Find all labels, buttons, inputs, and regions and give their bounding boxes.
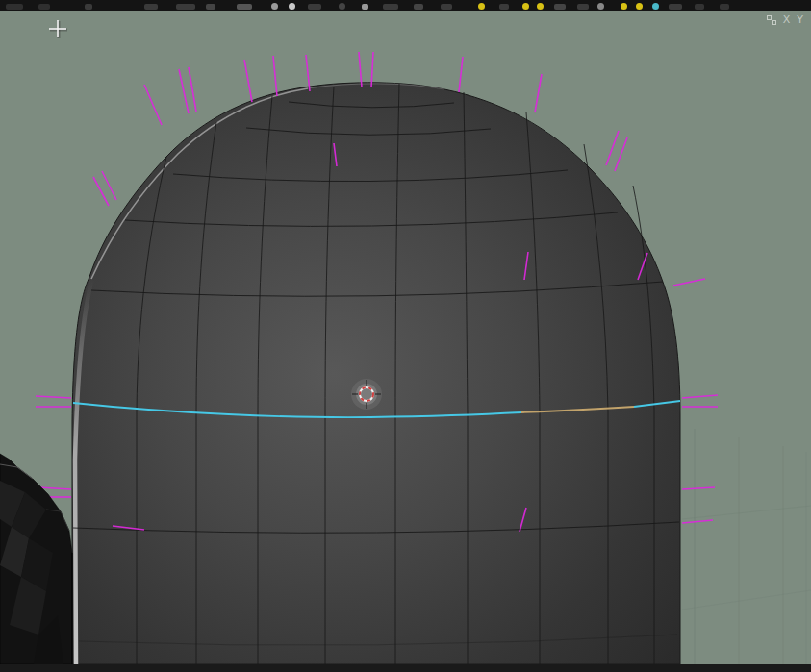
- axis-y-label[interactable]: Y: [797, 14, 803, 26]
- tool-icon[interactable]: [289, 3, 295, 10]
- viewport-options-icon[interactable]: [767, 15, 776, 25]
- tool-icon[interactable]: [176, 4, 195, 10]
- editor-type-icon[interactable]: [38, 4, 50, 10]
- mode-icon[interactable]: [85, 4, 92, 10]
- top-header-bar: [0, 0, 811, 11]
- blender-window: X Y: [0, 0, 811, 672]
- overlay-toggle-icon[interactable]: [554, 4, 566, 10]
- 3d-cursor[interactable]: [351, 379, 382, 410]
- gizmo-toggle-icon[interactable]: [577, 4, 589, 10]
- tool-icon[interactable]: [271, 3, 278, 10]
- shading-sphere-icon[interactable]: [537, 3, 544, 10]
- tool-icon[interactable]: [362, 4, 368, 10]
- shading-sphere-icon[interactable]: [478, 3, 485, 10]
- toolbar-icon[interactable]: [695, 4, 704, 10]
- tool-icon[interactable]: [237, 4, 252, 10]
- status-bar: [0, 664, 811, 672]
- mesh-object[interactable]: [72, 83, 680, 664]
- axis-x-label[interactable]: X: [783, 14, 791, 26]
- tool-icon[interactable]: [144, 4, 158, 10]
- tool-icon[interactable]: [308, 4, 321, 10]
- tool-icon[interactable]: [206, 4, 215, 10]
- viewport-shading-icon[interactable]: [636, 3, 643, 10]
- xray-toggle-icon[interactable]: [597, 3, 604, 10]
- tool-icon[interactable]: [499, 4, 509, 10]
- viewport-shading-icon[interactable]: [621, 3, 627, 10]
- snap-magnet-icon[interactable]: [383, 4, 398, 10]
- shading-sphere-icon[interactable]: [522, 3, 529, 10]
- pivot-icon[interactable]: [441, 4, 452, 10]
- viewport-axis-overlay: X Y: [767, 14, 803, 26]
- viewport-shading-icon[interactable]: [652, 3, 659, 10]
- toolbar-icon[interactable]: [720, 4, 729, 10]
- tool-icon[interactable]: [339, 3, 345, 10]
- menu-icon[interactable]: [6, 4, 23, 10]
- viewport-shading-icon[interactable]: [669, 4, 682, 10]
- viewport-canvas[interactable]: [0, 11, 811, 664]
- proportional-edit-icon[interactable]: [414, 4, 423, 10]
- 3d-viewport[interactable]: X Y: [0, 11, 811, 664]
